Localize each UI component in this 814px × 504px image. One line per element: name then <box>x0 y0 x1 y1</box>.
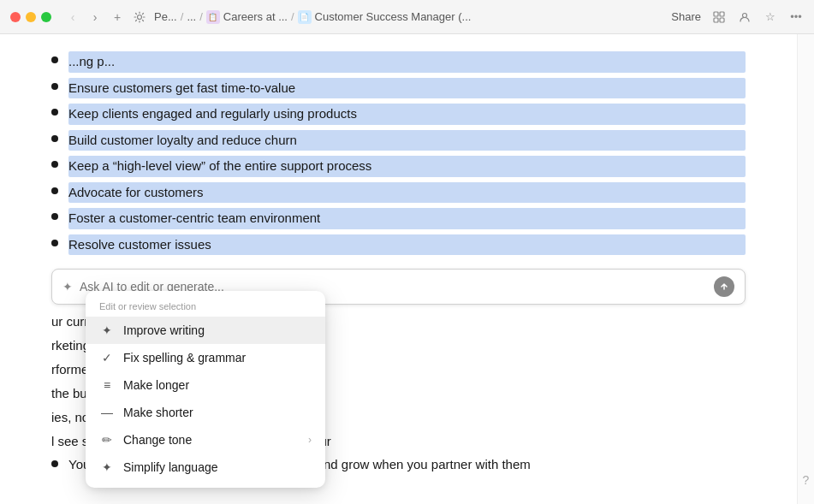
sparkle-small-icon: ✦ <box>99 460 115 475</box>
toolbar-right: Share ☆ ••• <box>671 9 804 25</box>
svg-rect-4 <box>720 18 724 22</box>
bottom-bullet-dot <box>51 460 58 467</box>
menu-item-label: Fix spelling & grammar <box>123 351 312 365</box>
menu-item-make-shorter[interactable]: — Make shorter <box>86 399 325 426</box>
lines-more-icon: ≡ <box>99 377 115 393</box>
list-item: Resolve customer issues <box>51 234 746 256</box>
submenu-arrow-icon: › <box>308 434 312 446</box>
bullet-dot <box>51 83 58 90</box>
bullet-dot <box>51 240 58 246</box>
titlebar: ‹ › + Pe... / ... / 📋 Careers at ... / 📄… <box>0 0 814 34</box>
menu-item-fix-spelling[interactable]: ✓ Fix spelling & grammar <box>86 344 325 371</box>
bullet-list: Ensure customers get fast time-to-value … <box>51 78 746 256</box>
bullet-dot <box>51 135 58 142</box>
bullet-text: Keep a “high-level view” of the entire s… <box>68 156 746 177</box>
ai-dropdown-menu: Edit or review selection ✦ Improve writi… <box>86 291 325 488</box>
share-button[interactable]: Share <box>671 10 701 23</box>
help-button[interactable]: ? <box>803 473 810 487</box>
svg-point-5 <box>743 13 747 17</box>
maximize-button[interactable] <box>41 12 51 22</box>
list-item: Ensure customers get fast time-to-value <box>51 78 746 99</box>
ai-sparkle-icon: ✦ <box>62 280 73 294</box>
list-item: Keep clients engaged and regularly using… <box>51 104 746 125</box>
list-item: Advocate for customers <box>51 182 746 204</box>
menu-item-improve-writing[interactable]: ✦ Improve writing <box>86 317 325 344</box>
bullet-dot <box>51 213 58 220</box>
bullet-dot <box>51 187 58 194</box>
menu-item-label: Make shorter <box>123 406 312 419</box>
breadcrumb-sep-2: / <box>199 10 203 23</box>
list-item: Keep a “high-level view” of the entire s… <box>51 156 746 177</box>
bullet-dot <box>51 109 58 116</box>
truncated-bullet: ...ng p... <box>51 51 746 73</box>
breadcrumb-item-3[interactable]: 📋 Careers at ... <box>206 10 288 24</box>
close-button[interactable] <box>10 12 21 22</box>
menu-item-change-tone[interactable]: ✏ Change tone › <box>86 426 325 454</box>
doc-icon: 📄 <box>298 10 312 24</box>
bullet-text: Advocate for customers <box>68 182 746 204</box>
breadcrumb-sep-1: / <box>181 10 184 23</box>
svg-rect-1 <box>714 12 718 16</box>
menu-item-make-longer[interactable]: ≡ Make longer <box>86 371 325 399</box>
menu-item-label: Improve writing <box>123 323 312 337</box>
grid-icon[interactable] <box>711 9 727 25</box>
svg-rect-3 <box>714 18 718 22</box>
bullet-text: Resolve customer issues <box>68 234 746 256</box>
menu-item-simplify-language[interactable]: ✦ Simplify language <box>86 454 325 481</box>
breadcrumb-item-1[interactable]: Pe... <box>154 10 177 23</box>
right-panel: ? <box>797 34 814 504</box>
person-icon[interactable] <box>737 9 752 25</box>
careers-icon: 📋 <box>206 10 220 24</box>
menu-section-label: Edit or review selection <box>86 298 325 317</box>
bullet-text: Build customer loyalty and reduce churn <box>68 130 746 151</box>
menu-item-label: Change tone <box>123 433 300 447</box>
back-button[interactable]: ‹ <box>65 9 80 25</box>
list-item: Foster a customer-centric team environme… <box>51 208 746 229</box>
breadcrumb-item-2[interactable]: ... <box>187 10 196 23</box>
pen-icon: ✏ <box>99 432 115 448</box>
truncated-text: ...ng p... <box>68 51 746 73</box>
breadcrumb-sep-3: / <box>291 10 294 23</box>
menu-item-label: Simplify language <box>123 460 312 474</box>
bullet-dot <box>51 161 58 168</box>
add-button[interactable]: + <box>110 9 125 25</box>
bullet-text: Ensure customers get fast time-to-value <box>68 78 746 99</box>
star-icon[interactable]: ☆ <box>763 9 778 25</box>
sparkles-icon: ✦ <box>99 323 115 338</box>
breadcrumb: Pe... / ... / 📋 Careers at ... / 📄 Custo… <box>154 10 664 24</box>
menu-item-label: Make longer <box>123 378 312 392</box>
breadcrumb-item-4[interactable]: 📄 Customer Success Manager (... <box>298 10 472 24</box>
bullet-dot <box>51 56 58 63</box>
bullet-text: Foster a customer-centric team environme… <box>68 208 746 229</box>
checkmark-icon: ✓ <box>99 350 115 365</box>
ai-send-button[interactable] <box>714 276 734 297</box>
bullet-text: Keep clients engaged and regularly using… <box>68 104 746 125</box>
settings-icon[interactable] <box>132 9 147 25</box>
list-item: Build customer loyalty and reduce churn <box>51 130 746 151</box>
lines-less-icon: — <box>99 405 115 420</box>
svg-point-0 <box>138 15 142 19</box>
more-icon[interactable]: ••• <box>788 9 804 25</box>
minimize-button[interactable] <box>26 12 36 22</box>
forward-button[interactable]: › <box>87 9 103 25</box>
svg-rect-2 <box>720 12 724 16</box>
traffic-lights <box>10 12 51 22</box>
